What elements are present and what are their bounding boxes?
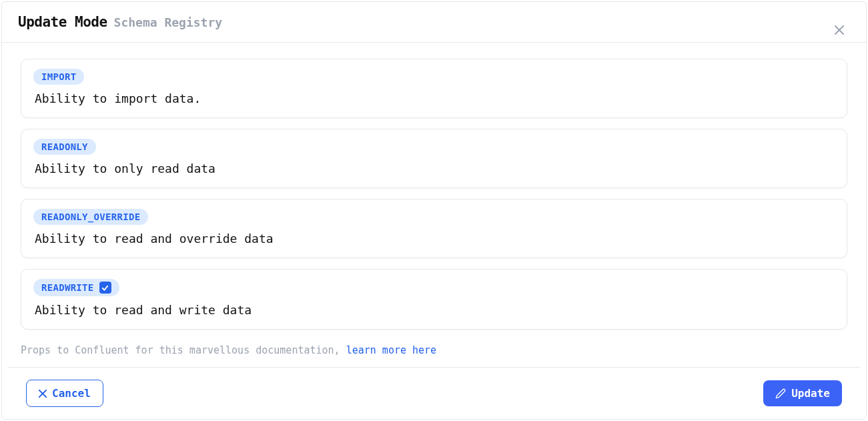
modal-header: Update Mode Schema Registry (2, 2, 866, 43)
option-badge-label: READONLY (41, 141, 88, 152)
pencil-icon (775, 388, 786, 399)
learn-more-link[interactable]: learn more here (346, 344, 436, 356)
option-badge: IMPORT (33, 69, 84, 85)
option-readonly-override[interactable]: READONLY_OVERRIDE Ability to read and ov… (21, 199, 847, 258)
option-badge-label: IMPORT (41, 71, 76, 82)
close-button[interactable] (831, 22, 847, 38)
modal-footer: Cancel Update (7, 367, 861, 419)
footnote-text: Props to Confluent for this marvellous d… (21, 344, 346, 356)
option-badge: READONLY (33, 139, 96, 155)
option-readonly[interactable]: READONLY Ability to only read data (21, 129, 847, 188)
option-readwrite[interactable]: READWRITE Ability to read and write data (21, 269, 847, 330)
cancel-button-label: Cancel (52, 387, 91, 400)
close-icon (39, 390, 47, 398)
close-icon (835, 25, 844, 35)
update-button[interactable]: Update (763, 380, 842, 406)
option-badge-label: READONLY_OVERRIDE (41, 212, 140, 222)
option-description: Ability to read and write data (33, 303, 835, 317)
selected-check-icon (99, 282, 111, 294)
update-button-label: Update (791, 387, 830, 400)
option-description: Ability to import data. (33, 91, 835, 105)
options-list: IMPORT Ability to import data. READONLY … (2, 43, 866, 343)
option-badge-label: READWRITE (41, 282, 94, 293)
option-badge: READONLY_OVERRIDE (33, 209, 148, 225)
option-description: Ability to only read data (33, 161, 835, 175)
footnote: Props to Confluent for this marvellous d… (2, 343, 866, 367)
modal-title: Update Mode (18, 14, 107, 30)
cancel-button[interactable]: Cancel (26, 380, 103, 407)
option-import[interactable]: IMPORT Ability to import data. (21, 59, 847, 118)
update-mode-modal: Update Mode Schema Registry IMPORT Abili… (1, 1, 867, 420)
option-description: Ability to read and override data (33, 232, 835, 246)
option-badge: READWRITE (33, 279, 119, 296)
modal-subtitle: Schema Registry (114, 15, 223, 29)
